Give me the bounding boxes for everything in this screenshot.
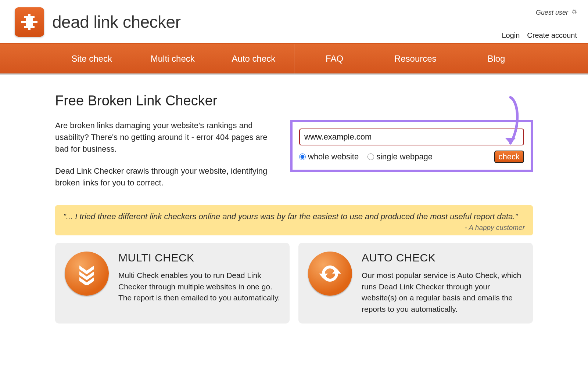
radio-whole-website-input[interactable] bbox=[299, 153, 306, 160]
card-auto-check[interactable]: AUTO CHECK Our most popular service is A… bbox=[298, 243, 533, 324]
radio-whole-website-label: whole website bbox=[308, 152, 359, 162]
testimonial-attrib: - A happy customer bbox=[63, 224, 525, 232]
check-button[interactable]: check bbox=[494, 151, 524, 163]
guest-user-label: Guest user bbox=[536, 9, 577, 17]
page-title: Free Broken Link Checker bbox=[55, 93, 533, 109]
radio-whole-website[interactable]: whole website bbox=[299, 152, 359, 162]
chevrons-down-icon bbox=[65, 252, 109, 296]
main-nav: Site check Multi check Auto check FAQ Re… bbox=[0, 43, 588, 75]
intro-text: Are broken links damaging your website's… bbox=[55, 120, 276, 199]
url-input[interactable] bbox=[299, 129, 524, 145]
refresh-icon bbox=[308, 252, 352, 296]
logo-icon bbox=[15, 7, 44, 37]
nav-auto-check[interactable]: Auto check bbox=[213, 44, 294, 73]
logo[interactable]: dead link checker bbox=[15, 7, 180, 37]
testimonial: "... I tried three different link checke… bbox=[55, 205, 533, 235]
card-multi-title: MULTI CHECK bbox=[118, 252, 280, 264]
card-auto-body: Our most popular service is Auto Check, … bbox=[362, 270, 523, 315]
intro-para-2: Dead Link Checker crawls through your we… bbox=[55, 165, 276, 189]
card-auto-title: AUTO CHECK bbox=[362, 252, 523, 264]
gear-icon[interactable] bbox=[571, 9, 577, 17]
radio-single-webpage-input[interactable] bbox=[368, 153, 374, 160]
create-account-link[interactable]: Create account bbox=[527, 31, 577, 40]
check-panel: whole website single webpage check bbox=[290, 120, 533, 172]
header: dead link checker Guest user Login Creat… bbox=[0, 0, 588, 43]
nav-resources[interactable]: Resources bbox=[375, 44, 456, 73]
main-content: Free Broken Link Checker Are broken link… bbox=[51, 93, 537, 324]
radio-single-webpage[interactable]: single webpage bbox=[368, 152, 433, 162]
site-title: dead link checker bbox=[52, 12, 180, 32]
nav-site-check[interactable]: Site check bbox=[51, 44, 132, 73]
testimonial-quote: "... I tried three different link checke… bbox=[63, 212, 525, 221]
nav-blog[interactable]: Blog bbox=[456, 44, 537, 73]
nav-faq[interactable]: FAQ bbox=[294, 44, 375, 73]
login-link[interactable]: Login bbox=[502, 31, 520, 40]
intro-para-1: Are broken links damaging your website's… bbox=[55, 120, 276, 155]
card-multi-check[interactable]: MULTI CHECK Multi Check enables you to r… bbox=[55, 243, 290, 324]
card-multi-body: Multi Check enables you to run Dead Link… bbox=[118, 270, 280, 303]
guest-user-text: Guest user bbox=[536, 9, 568, 17]
nav-multi-check[interactable]: Multi check bbox=[132, 44, 213, 73]
radio-single-webpage-label: single webpage bbox=[376, 152, 433, 162]
